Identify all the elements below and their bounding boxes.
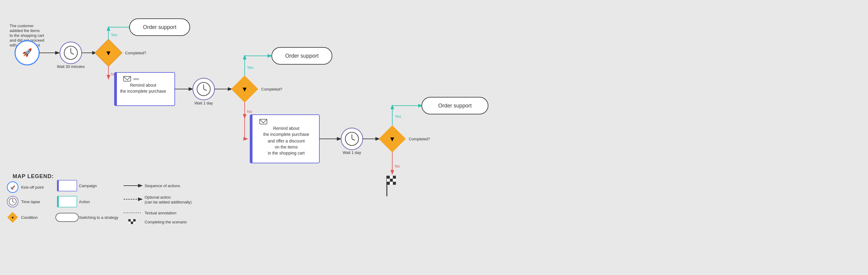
svg-text:and offer a discount: and offer a discount [268, 139, 305, 143]
svg-rect-67 [393, 182, 396, 185]
campaign1: SMS Remind about the incomplete purchase [115, 73, 175, 106]
yes1-label: Yes [111, 33, 118, 37]
svg-text:SMS: SMS [133, 78, 139, 81]
svg-rect-62 [387, 179, 390, 182]
svg-text:▼: ▼ [241, 85, 248, 93]
svg-rect-87 [131, 219, 133, 222]
svg-rect-63 [390, 179, 393, 182]
diagram: The customer addded the items to the sho… [0, 0, 868, 275]
order-support-3: Order support [422, 97, 488, 114]
cond2-label: Completed? [261, 87, 282, 91]
legend-action [57, 196, 77, 207]
wait2-label: Wait 1 day [195, 101, 213, 105]
yes2-label: Yes [247, 65, 254, 70]
wait3-label: Wait 1 day [343, 150, 361, 155]
svg-rect-90 [131, 222, 133, 224]
svg-rect-88 [133, 219, 135, 222]
legend-strategy [56, 213, 78, 222]
cond1-label: Completed? [125, 51, 146, 55]
legend-textual-label: Textual annotation [145, 211, 177, 215]
legend-condition-label: Condition [21, 215, 38, 220]
svg-text:the incomplete purchase: the incomplete purchase [263, 132, 309, 137]
svg-text:Remind about: Remind about [273, 126, 299, 131]
legend-action-label: Action [79, 199, 90, 204]
svg-text:Remind about: Remind about [130, 83, 156, 87]
svg-rect-91 [133, 222, 135, 224]
order-support-1-label: Order support [143, 24, 176, 30]
svg-text:▼: ▼ [389, 135, 396, 143]
svg-text:in the shopping cart: in the shopping cart [268, 150, 305, 156]
legend-strategy-label: Switching to a strategy [79, 215, 118, 220]
yes3-label: Yes [395, 114, 401, 119]
wait1-label: Wait 30 minutes [57, 64, 85, 69]
svg-text:Order support: Order support [438, 103, 471, 109]
order-support-1: Order support [129, 19, 190, 36]
svg-rect-80 [57, 196, 77, 207]
no3-label: No [395, 164, 400, 168]
svg-rect-78 [57, 180, 77, 191]
legend-campaign [57, 180, 77, 191]
svg-rect-65 [387, 182, 390, 185]
legend-sequence-label: Sequence of actions [145, 184, 180, 188]
campaign2: Remind about the incomplete purchase and… [250, 115, 319, 163]
svg-rect-89 [128, 222, 131, 224]
legend-optional-sub: (can be added additionally) [145, 200, 192, 204]
order-support-2: Order support [272, 47, 332, 64]
legend-kickoff: 🚀 [7, 182, 18, 193]
legend-kickoff-label: Kick-off point [21, 185, 44, 190]
svg-rect-86 [128, 219, 131, 222]
svg-rect-61 [393, 176, 396, 179]
no2-label: No [247, 109, 252, 114]
legend-timelapse-label: Time lapse [21, 199, 40, 204]
svg-rect-82 [56, 213, 78, 222]
kickoff-node: 🚀 [15, 41, 39, 65]
legend-completing [128, 219, 135, 224]
wait1-node [60, 42, 82, 64]
svg-rect-79 [57, 180, 59, 191]
svg-rect-64 [393, 179, 396, 182]
svg-rect-0 [0, 0, 868, 275]
wait3-node [341, 128, 363, 150]
wait2-node [193, 78, 215, 100]
svg-text:🚀: 🚀 [10, 185, 16, 190]
svg-rect-59 [387, 176, 390, 179]
cond3-label: Completed? [409, 137, 430, 141]
svg-text:on the items: on the items [275, 145, 298, 149]
legend-optional-label: Optional action [145, 195, 171, 199]
svg-rect-18 [115, 73, 117, 106]
svg-rect-60 [390, 176, 393, 179]
svg-text:▼: ▼ [105, 49, 112, 57]
legend-title: MAP LEGEND: [13, 173, 54, 179]
svg-rect-37 [250, 115, 252, 163]
svg-text:Order support: Order support [285, 53, 318, 59]
svg-text:▼: ▼ [11, 216, 14, 219]
svg-rect-66 [390, 182, 393, 185]
svg-rect-81 [57, 196, 59, 207]
legend-timelapse [7, 196, 18, 207]
legend-campaign-label: Campaign [79, 184, 97, 188]
legend-completing-label: Completing the scenario [145, 220, 187, 224]
svg-text:🚀: 🚀 [22, 48, 32, 57]
svg-text:the incomplete purchase: the incomplete purchase [120, 89, 166, 93]
